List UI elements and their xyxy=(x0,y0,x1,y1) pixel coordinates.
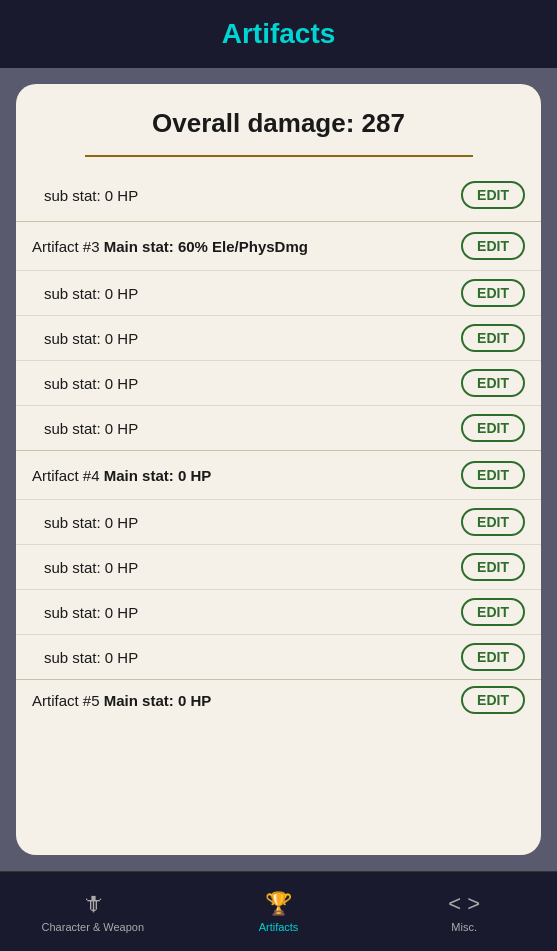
overall-damage-text: Overall damage: 287 xyxy=(36,108,521,139)
lone-substat-label: sub stat: 0 HP xyxy=(44,187,138,204)
bottom-nav: 🗡 Character & Weapon 🏆 Artifacts < > Mis… xyxy=(0,871,557,951)
artifact-4-substat-2-row: sub stat: 0 HP EDIT xyxy=(16,544,541,589)
artifact-3-header-text: Artifact #3 Main stat: 60% Ele/PhysDmg xyxy=(32,238,308,255)
main-content: Overall damage: 287 sub stat: 0 HP EDIT … xyxy=(0,68,557,871)
artifact-4-substat-2-edit-button[interactable]: EDIT xyxy=(461,553,525,581)
artifacts-card: Overall damage: 287 sub stat: 0 HP EDIT … xyxy=(16,84,541,855)
artifact-4-substat-2-label: sub stat: 0 HP xyxy=(44,559,138,576)
goblet-icon: 🏆 xyxy=(265,891,292,917)
lone-substat-edit-button[interactable]: EDIT xyxy=(461,181,525,209)
artifact-3-substat-3-label: sub stat: 0 HP xyxy=(44,375,138,392)
artifact-3-substat-3-row: sub stat: 0 HP EDIT xyxy=(16,360,541,405)
artifact-5-section: Artifact #5 Main stat: 0 HP EDIT xyxy=(16,679,541,720)
artifact-3-substat-3-edit-button[interactable]: EDIT xyxy=(461,369,525,397)
artifact-4-num: Artifact #4 xyxy=(32,467,104,484)
artifact-4-main-stat: Main stat: 0 HP xyxy=(104,467,212,484)
code-icon: < > xyxy=(448,891,480,917)
artifact-4-substat-1-label: sub stat: 0 HP xyxy=(44,514,138,531)
artifact-3-substat-2-label: sub stat: 0 HP xyxy=(44,330,138,347)
artifact-4-substat-3-edit-button[interactable]: EDIT xyxy=(461,598,525,626)
artifact-3-substat-1-label: sub stat: 0 HP xyxy=(44,285,138,302)
nav-artifacts[interactable]: 🏆 Artifacts xyxy=(186,891,372,933)
artifact-3-main-stat: Main stat: 60% Ele/PhysDmg xyxy=(104,238,308,255)
nav-misc-label: Misc. xyxy=(451,921,477,933)
artifact-4-substat-1-edit-button[interactable]: EDIT xyxy=(461,508,525,536)
nav-artifacts-label: Artifacts xyxy=(259,921,299,933)
artifact-3-substat-2-row: sub stat: 0 HP EDIT xyxy=(16,315,541,360)
lone-substat-row: sub stat: 0 HP EDIT xyxy=(16,173,541,221)
divider xyxy=(85,155,473,157)
overall-damage-section: Overall damage: 287 xyxy=(16,84,541,173)
artifact-4-header-text: Artifact #4 Main stat: 0 HP xyxy=(32,467,211,484)
nav-misc[interactable]: < > Misc. xyxy=(371,891,557,933)
artifact-3-substat-2-edit-button[interactable]: EDIT xyxy=(461,324,525,352)
artifact-3-header-row: Artifact #3 Main stat: 60% Ele/PhysDmg E… xyxy=(16,222,541,270)
artifact-4-main-edit-button[interactable]: EDIT xyxy=(461,461,525,489)
artifact-3-section: Artifact #3 Main stat: 60% Ele/PhysDmg E… xyxy=(16,221,541,450)
artifact-5-header-text: Artifact #5 Main stat: 0 HP xyxy=(32,692,211,709)
artifact-3-substat-4-row: sub stat: 0 HP EDIT xyxy=(16,405,541,450)
artifact-4-substat-4-row: sub stat: 0 HP EDIT xyxy=(16,634,541,679)
sword-icon: 🗡 xyxy=(82,891,104,917)
artifact-5-main-edit-button[interactable]: EDIT xyxy=(461,686,525,714)
app-header: Artifacts xyxy=(0,0,557,68)
nav-character-weapon[interactable]: 🗡 Character & Weapon xyxy=(0,891,186,933)
nav-character-weapon-label: Character & Weapon xyxy=(42,921,145,933)
artifact-4-section: Artifact #4 Main stat: 0 HP EDIT sub sta… xyxy=(16,450,541,679)
artifact-3-substat-4-edit-button[interactable]: EDIT xyxy=(461,414,525,442)
artifact-4-substat-1-row: sub stat: 0 HP EDIT xyxy=(16,499,541,544)
artifact-4-substat-4-edit-button[interactable]: EDIT xyxy=(461,643,525,671)
artifact-4-substat-3-row: sub stat: 0 HP EDIT xyxy=(16,589,541,634)
artifact-4-substat-4-label: sub stat: 0 HP xyxy=(44,649,138,666)
artifact-3-substat-4-label: sub stat: 0 HP xyxy=(44,420,138,437)
artifact-4-substat-3-label: sub stat: 0 HP xyxy=(44,604,138,621)
artifact-4-header-row: Artifact #4 Main stat: 0 HP EDIT xyxy=(16,451,541,499)
artifact-5-header-row: Artifact #5 Main stat: 0 HP EDIT xyxy=(16,680,541,720)
artifact-3-main-edit-button[interactable]: EDIT xyxy=(461,232,525,260)
artifact-3-substat-1-edit-button[interactable]: EDIT xyxy=(461,279,525,307)
page-title: Artifacts xyxy=(222,18,336,49)
artifact-5-num: Artifact #5 xyxy=(32,692,104,709)
artifact-5-main-stat: Main stat: 0 HP xyxy=(104,692,212,709)
artifact-3-substat-1-row: sub stat: 0 HP EDIT xyxy=(16,270,541,315)
artifact-3-num: Artifact #3 xyxy=(32,238,104,255)
